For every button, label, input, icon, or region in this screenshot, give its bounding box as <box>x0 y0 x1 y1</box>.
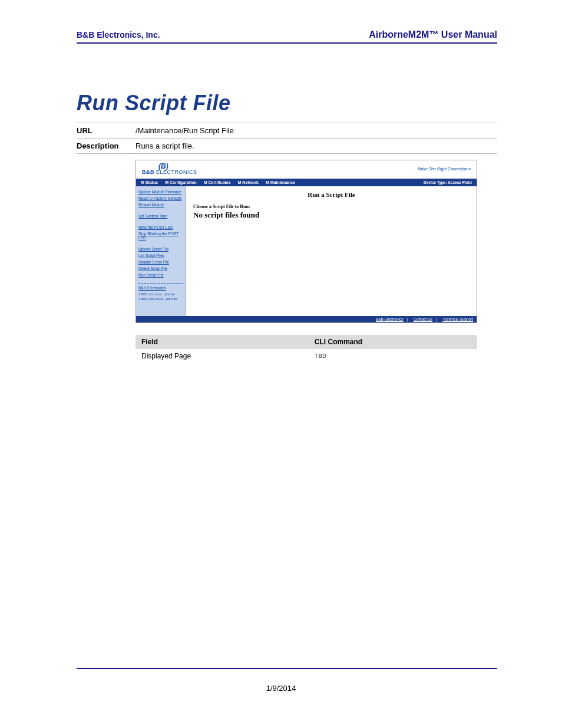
table-header-row: Field CLI Command <box>135 335 477 349</box>
cell-field: Displayed Page <box>135 349 309 363</box>
header-left: B&B Electronics, Inc. <box>77 30 160 39</box>
col-cli: CLI Command <box>309 335 477 349</box>
kv-label: URL <box>77 126 135 135</box>
sidebar-link-delete-script[interactable]: Delete Script File <box>138 266 183 271</box>
device-type: Device Type: Access Point <box>424 180 472 185</box>
sidebar-phone-label: 1.800.xxx.xxxx , phone <box>138 292 183 296</box>
sidebar-link-system-time[interactable]: Set System Time <box>138 214 183 218</box>
footer-link-bb[interactable]: B&B Electronics <box>376 317 404 321</box>
shot-footer: B&B Electronics | Contact Us | Technical… <box>136 316 477 322</box>
nav-tabs: M Status M Configuration M Certificates … <box>141 180 301 185</box>
nav-tab-status[interactable]: M Status <box>141 180 158 185</box>
no-files-message: No script files found <box>193 210 470 220</box>
logo: (B) B&B ELECTRONICS <box>142 163 197 175</box>
sidebar-link-blink-led[interactable]: Blink the POST LED <box>138 225 183 229</box>
sidebar-contact-name[interactable]: B&B Electronics <box>138 286 183 290</box>
nav-tab-network[interactable]: M Network <box>238 180 259 185</box>
page-header: B&B Electronics, Inc. AirborneM2M™ User … <box>77 29 497 44</box>
kv-row-url: URL /Maintenance/Run Script File <box>77 123 497 138</box>
embedded-screenshot: (B) B&B ELECTRONICS Make The Right Conne… <box>135 160 477 323</box>
sidebar: Update Module Firmware Reset to Factory … <box>136 186 186 316</box>
sidebar-link-display-script[interactable]: Display Script File <box>138 260 183 264</box>
kv-row-description: Description Runs a script file. <box>77 138 497 154</box>
nav-tab-maintenance[interactable]: M Maintenance <box>266 180 295 185</box>
col-field: Field <box>135 335 309 349</box>
main-title: Run a Script File <box>193 191 470 198</box>
sidebar-link-stop-blink-led[interactable]: Stop Blinking the POST LED <box>138 232 183 240</box>
sidebar-link-factory-defaults[interactable]: Reset to Factory Defaults <box>138 196 183 200</box>
sidebar-link-list-scripts[interactable]: List Script Files <box>138 253 183 258</box>
sidebar-link-run-script[interactable]: Run Script File <box>138 273 183 277</box>
page-title: Run Script File <box>77 91 497 116</box>
footer-link-contact[interactable]: Contact Us <box>414 317 432 321</box>
shot-nav: M Status M Configuration M Certificates … <box>136 179 477 186</box>
sidebar-link-upload-script[interactable]: Upload Script File <box>138 247 183 251</box>
shot-header: (B) B&B ELECTRONICS Make The Right Conne… <box>136 160 477 179</box>
logo-text: B&B ELECTRONICS <box>142 170 197 175</box>
kv-value: /Maintenance/Run Script File <box>135 126 497 135</box>
field-cli-table: Field CLI Command Displayed Page TBD <box>135 335 477 363</box>
footer-link-support[interactable]: Technical Support <box>442 317 473 321</box>
nav-tab-configuration[interactable]: M Configuration <box>165 180 197 185</box>
sidebar-link-restart-module[interactable]: Restart Module <box>138 203 183 207</box>
table-row: Displayed Page TBD <box>135 349 477 363</box>
kv-label: Description <box>77 141 135 150</box>
main-panel: Run a Script File Choose a Script File t… <box>186 186 477 316</box>
sidebar-toll-label: 1.800.346.3119 , toll free <box>138 297 183 301</box>
tagline: Make The Right Connections <box>418 167 471 171</box>
cell-cli: TBD <box>309 349 477 363</box>
kv-value: Runs a script file. <box>135 141 497 150</box>
footer-date: 1/9/2014 <box>0 684 562 693</box>
choose-label: Choose a Script File to Run: <box>193 204 470 209</box>
shot-body: Update Module Firmware Reset to Factory … <box>136 186 477 316</box>
nav-tab-certificates[interactable]: M Certificates <box>204 180 231 185</box>
header-right: AirborneM2M™ User Manual <box>369 29 497 40</box>
sidebar-link-update-firmware[interactable]: Update Module Firmware <box>138 190 183 194</box>
footer-rule <box>77 668 497 669</box>
